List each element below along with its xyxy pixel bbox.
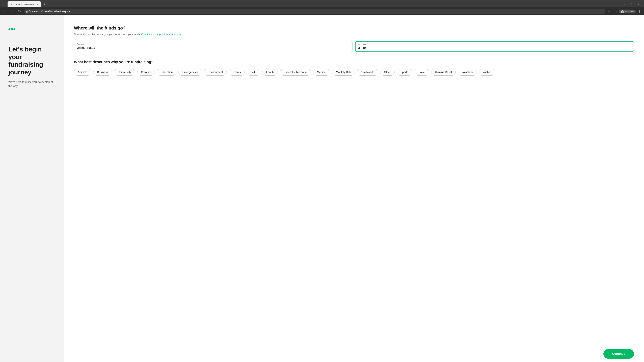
location-section-title: Where will the funds go? [74,25,634,31]
category-section-title: What best describes why you're fundraisi… [74,60,634,64]
category-button[interactable]: Monthly Bills [332,69,355,76]
menu-button[interactable]: ⋮ [637,8,642,14]
category-button[interactable]: Community [114,69,135,76]
zip-label: Zip code [358,43,631,45]
category-button[interactable]: Events [229,69,245,76]
country-field: Country United States [74,41,352,52]
category-button[interactable]: Animals [74,69,91,76]
category-button[interactable]: Business [93,69,112,76]
country-label: Country [77,43,350,45]
category-button[interactable]: Faith [247,69,260,76]
window-controls: − □ × [622,2,643,6]
forward-button[interactable]: → [10,9,16,14]
close-window-button[interactable]: × [636,2,641,6]
gfm-logo [8,25,19,32]
split-screen-button[interactable]: ▭ [613,8,618,14]
countries-link[interactable]: Countries we support fundraisers in. [141,33,182,35]
category-grid: AnimalsBusinessCommunityCreativeEducatio… [74,69,634,76]
logo-dot-2 [10,28,13,30]
gfm-favicon-icon: ▲ [10,3,12,6]
browser-chrome: ⌄ ▲ Create a GoFundMe × + − □ × ← → ↻ ☆ … [0,0,644,15]
browser-tab-active[interactable]: ▲ Create a GoFundMe × [8,1,41,7]
logo-dots [8,28,15,30]
category-button[interactable]: Education [157,69,176,76]
right-panel: Where will the funds go? Choose the loca… [64,15,644,362]
bookmark-button[interactable]: ☆ [607,8,612,14]
reload-button[interactable]: ↻ [17,9,22,14]
toolbar-right: ☆ ▭ 👔 Incognito ⋮ [607,8,642,14]
zip-input[interactable] [358,46,631,50]
zip-code-field[interactable]: Zip code [355,41,634,52]
category-button[interactable]: Emergencies [178,69,202,76]
tab-close-button[interactable]: × [36,2,39,6]
hero-heading: Let's begin your fundraising journey [8,45,55,76]
left-panel: Let's begin your fundraising journey We'… [0,15,64,362]
category-button[interactable]: Sports [397,69,412,76]
tab-label: Create a GoFundMe [14,3,35,6]
category-button[interactable]: Funeral & Memorial [280,69,311,76]
category-button[interactable]: Volunteer [458,69,477,76]
new-tab-button[interactable]: + [42,2,47,7]
browser-toolbar: ← → ↻ ☆ ▭ 👔 Incognito ⋮ [0,7,644,15]
category-button[interactable]: Ukraine Relief [431,69,456,76]
location-row: Country United States Zip code [74,41,634,52]
hero-subtext: We're here to guide you every step of th… [8,80,55,88]
logo-dot-3 [14,28,15,30]
category-button[interactable]: Environment [204,69,227,76]
tab-group-button[interactable]: ⌄ [1,2,6,7]
minimize-button[interactable]: − [622,2,627,6]
category-button[interactable]: Family [262,69,278,76]
logo-dot-1 [8,28,10,30]
category-button[interactable]: Wishes [479,69,495,76]
category-button[interactable]: Other [380,69,394,76]
location-section-desc: Choose the location where you plan to wi… [74,32,634,36]
incognito-icon: 👔 [621,10,624,13]
browser-tab-bar: ⌄ ▲ Create a GoFundMe × + − □ × [0,0,644,7]
incognito-badge[interactable]: 👔 Incognito [619,9,636,13]
footer-bar: Continue [64,346,644,362]
address-bar[interactable] [24,9,606,14]
tab-favicon: ▲ [10,3,12,6]
country-value: United States [77,46,95,49]
category-button[interactable]: Creative [137,69,155,76]
category-button[interactable]: Travel [414,69,429,76]
incognito-label: Incognito [625,10,634,13]
back-button[interactable]: ← [2,9,8,14]
maximize-button[interactable]: □ [630,2,634,6]
category-button[interactable]: Medical [313,69,330,76]
page-container: Let's begin your fundraising journey We'… [0,15,644,362]
category-button[interactable]: Newlyweds [357,69,378,76]
continue-button[interactable]: Continue [604,349,634,359]
